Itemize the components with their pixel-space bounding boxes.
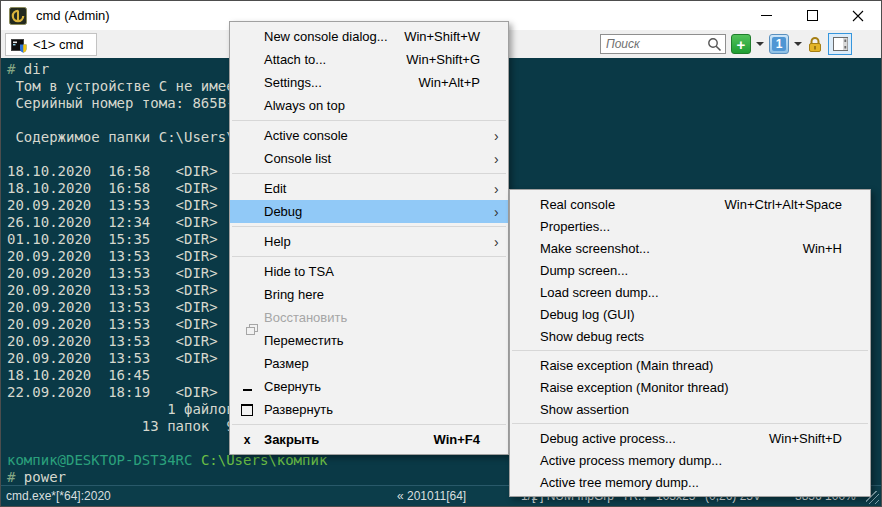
- menu-item-label: Settings...: [264, 75, 419, 90]
- menu-item-label: Edit: [264, 181, 480, 196]
- submenu-arrow-icon: ›: [494, 234, 508, 250]
- menu-item-new-console-dialog[interactable]: New console dialog...Win+Shift+W: [230, 25, 508, 48]
- menu-item-label: Active process memory dump...: [540, 453, 842, 468]
- menu-item-label: Show assertion: [540, 402, 842, 417]
- lock-button[interactable]: [807, 36, 823, 53]
- menu-item-label: Debug log (GUI): [540, 307, 842, 322]
- menu-item-properties[interactable]: Properties...: [510, 215, 870, 237]
- menu-item-close[interactable]: xЗакрытьWin+F4: [230, 428, 508, 451]
- window-title: cmd (Admin): [36, 8, 110, 23]
- menu-item-label: Help: [264, 234, 480, 249]
- tab-cmd[interactable]: <1> cmd: [5, 33, 97, 56]
- menu-separator: [232, 256, 506, 257]
- menu-item-debug-active-process[interactable]: Debug active process...Win+Shift+D: [510, 427, 870, 449]
- menu-item-help[interactable]: Help›: [230, 230, 508, 253]
- new-console-dropdown[interactable]: [756, 42, 764, 46]
- menu-item-edit[interactable]: Edit›: [230, 177, 508, 200]
- menu-item-label: Debug: [264, 204, 480, 219]
- menu-item-restore[interactable]: Восстановить: [230, 306, 508, 329]
- window-mode-button[interactable]: [828, 33, 852, 55]
- chevron-down-icon: [756, 42, 764, 46]
- minimize-icon: [761, 10, 772, 21]
- menu-item-debug-log-gui[interactable]: Debug log (GUI): [510, 303, 870, 325]
- menu-item-minimize[interactable]: Свернуть: [230, 375, 508, 398]
- menu-item-active-process-memory-dump[interactable]: Active process memory dump...: [510, 449, 870, 471]
- menu-item-shortcut: Win+Shift+W: [404, 29, 494, 44]
- submenu-arrow-icon: ›: [494, 151, 508, 167]
- system-menu: New console dialog...Win+Shift+WAttach t…: [229, 21, 509, 455]
- menu-item-debug[interactable]: Debug›: [230, 200, 508, 223]
- menu-item-show-assertion[interactable]: Show assertion: [510, 398, 870, 420]
- menu-item-label: Always on top: [264, 98, 480, 113]
- menu-item-label: Show debug rects: [540, 329, 842, 344]
- toolbar: + 1: [600, 33, 877, 55]
- menu-item-shortcut: Win+H: [803, 241, 856, 256]
- conemu-window: cmd (Admin) <1> cmd: [0, 0, 882, 507]
- menu-item-label: New console dialog...: [264, 29, 404, 44]
- menu-item-raise-exception-monitor[interactable]: Raise exception (Monitor thread): [510, 376, 870, 398]
- menu-separator: [232, 120, 506, 121]
- menu-item-settings[interactable]: Settings...Win+Alt+P: [230, 71, 508, 94]
- minimize-icon: [230, 383, 264, 391]
- search-box: [600, 34, 726, 54]
- active-console-button[interactable]: 1: [769, 34, 789, 54]
- menu-item-active-console[interactable]: Active console›: [230, 124, 508, 147]
- window-controls: [743, 1, 881, 30]
- menu-item-hide-to-tsa[interactable]: Hide to TSA: [230, 260, 508, 283]
- menu-item-label: Console list: [264, 151, 480, 166]
- menu-item-active-tree-memory-dump[interactable]: Active tree memory dump...: [510, 471, 870, 493]
- menu-separator: [232, 173, 506, 174]
- menu-item-move[interactable]: Переместить: [230, 329, 508, 352]
- window-mode-icon: [833, 37, 848, 51]
- menu-item-label: Real console: [540, 197, 725, 212]
- menu-item-console-list[interactable]: Console list›: [230, 147, 508, 170]
- menu-item-label: Debug active process...: [540, 431, 769, 446]
- menu-item-make-screenshot[interactable]: Make screenshot...Win+H: [510, 237, 870, 259]
- menu-item-raise-exception-main[interactable]: Raise exception (Main thread): [510, 354, 870, 376]
- main-menu-button[interactable]: [857, 36, 875, 52]
- close-icon: [852, 10, 864, 22]
- close-icon: x: [230, 433, 264, 447]
- menu-item-show-debug-rects[interactable]: Show debug rects: [510, 325, 870, 347]
- menu-item-label: Свернуть: [264, 379, 480, 394]
- close-button[interactable]: [835, 1, 881, 30]
- menu-item-dump-screen[interactable]: Dump screen...: [510, 259, 870, 281]
- menu-item-label: Закрыть: [264, 432, 434, 447]
- search-icon: [707, 37, 722, 52]
- lock-icon: [807, 36, 823, 53]
- menu-item-shortcut: Win+Alt+P: [419, 75, 494, 90]
- chevron-down-icon: [794, 42, 802, 46]
- submenu-arrow-icon: ›: [494, 128, 508, 144]
- menu-item-label: Hide to TSA: [264, 264, 480, 279]
- menu-item-load-screen-dump[interactable]: Load screen dump...: [510, 281, 870, 303]
- menu-item-label: Active console: [264, 128, 480, 143]
- menu-item-label: Attach to...: [264, 52, 406, 67]
- menu-item-label: Raise exception (Main thread): [540, 358, 842, 373]
- minimize-button[interactable]: [743, 1, 789, 30]
- menu-item-bring-here[interactable]: Bring here: [230, 283, 508, 306]
- menu-item-label: Dump screen...: [540, 263, 842, 278]
- console-list-dropdown[interactable]: [794, 42, 802, 46]
- console-admin-icon: [11, 37, 27, 53]
- maximize-icon: [230, 404, 264, 416]
- status-process[interactable]: cmd.exe*[*64]:2020: [6, 489, 111, 503]
- menu-item-always-on-top[interactable]: Always on top: [230, 94, 508, 117]
- menu-item-label: Properties...: [540, 219, 842, 234]
- submenu-arrow-icon: ›: [494, 181, 508, 197]
- menu-item-shortcut: Win+Shift+D: [769, 431, 856, 446]
- menu-item-label: Make screenshot...: [540, 241, 803, 256]
- menu-separator: [512, 350, 868, 351]
- menu-item-real-console[interactable]: Real consoleWin+Ctrl+Alt+Space: [510, 193, 870, 215]
- menu-item-label: Размер: [264, 356, 480, 371]
- menu-item-attach-to[interactable]: Attach to...Win+Shift+G: [230, 48, 508, 71]
- menu-item-maximize[interactable]: Развернуть: [230, 398, 508, 421]
- new-console-button[interactable]: +: [731, 34, 751, 54]
- active-console-number: 1: [772, 37, 786, 51]
- menu-item-size[interactable]: Размер: [230, 352, 508, 375]
- status-build[interactable]: « 201011[64]: [397, 489, 466, 503]
- menu-item-shortcut: Win+Ctrl+Alt+Space: [725, 197, 856, 212]
- maximize-button[interactable]: [789, 1, 835, 30]
- menu-item-label: Bring here: [264, 287, 480, 302]
- conemu-app-icon: [9, 7, 27, 25]
- menu-separator: [232, 226, 506, 227]
